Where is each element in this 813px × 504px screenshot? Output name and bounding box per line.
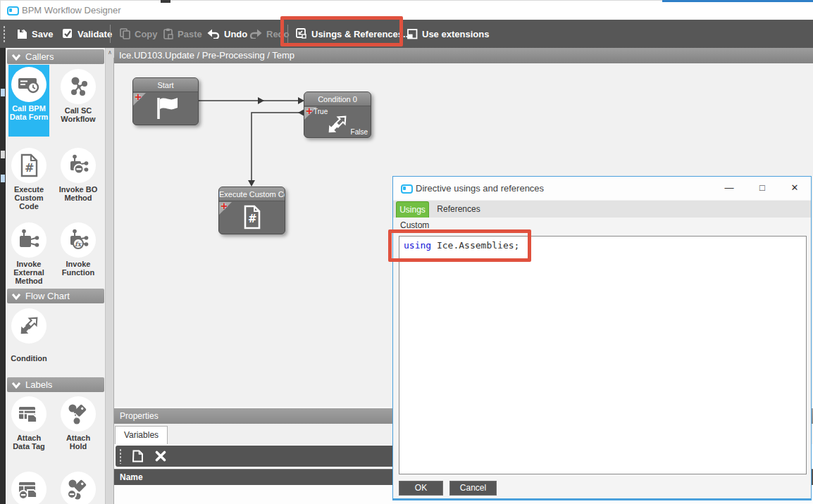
background-window-titlebar	[662, 0, 813, 2]
close-button[interactable]: ✕	[786, 180, 803, 196]
background-window-edge	[161, 0, 170, 3]
section-header-labels[interactable]: Labels	[7, 377, 104, 392]
sidebar-item-call-bpm-data-form[interactable]: Call BPM Data Form	[8, 67, 49, 121]
new-variable-icon[interactable]	[132, 450, 144, 462]
invoke-function-icon: fx	[61, 222, 96, 258]
node-condition-0[interactable]: Condition 0 + True False	[304, 92, 371, 138]
docked-tab-mark	[1, 151, 5, 158]
chevron-down-icon	[11, 53, 21, 61]
validate-button[interactable]: Validate	[62, 20, 112, 48]
sidebar-scrollbar[interactable]: ∧	[106, 48, 114, 504]
tab-references[interactable]: References	[433, 201, 484, 218]
scrollbar-up-button[interactable]: ∧	[106, 48, 114, 58]
document-hash-icon: #	[11, 148, 46, 183]
ok-button[interactable]: OK	[399, 481, 443, 496]
copy-button[interactable]: Copy	[120, 20, 158, 48]
use-extensions-icon	[407, 29, 418, 39]
docked-tab-mark	[1, 89, 5, 96]
highlight-usings-references-button	[280, 16, 403, 46]
maximize-button[interactable]: □	[754, 180, 771, 196]
data-tag-minus-icon	[11, 472, 46, 504]
svg-text:fx: fx	[75, 241, 82, 248]
toolbar-separator	[110, 25, 111, 43]
flag-icon	[133, 95, 198, 122]
document-hash-icon: #	[219, 204, 285, 231]
docked-panel-edge	[0, 48, 6, 504]
false-port-label: False	[351, 128, 368, 136]
sidebar-item-partial-1[interactable]	[8, 472, 49, 504]
window-title: BPM Workflow Designer	[22, 5, 121, 15]
form-clock-icon	[11, 67, 46, 102]
sidebar-item-invoke-function[interactable]: fx Invoke Function	[58, 222, 99, 277]
invoke-bo-icon	[61, 148, 96, 183]
undo-icon	[207, 29, 220, 39]
sidebar-item-execute-custom-code[interactable]: # Execute Custom Code	[8, 148, 49, 210]
use-extensions-button[interactable]: Use extensions	[407, 20, 489, 48]
directive-usings-dialog: Directive usings and references — □ ✕ Us…	[392, 176, 812, 500]
hold-tag-minus-icon	[61, 472, 96, 504]
chevron-down-icon	[11, 382, 21, 389]
usings-code-editor[interactable]: using Ice.Assemblies;	[399, 236, 807, 474]
node-title: Condition 0	[304, 92, 371, 106]
paste-button[interactable]: Paste	[163, 20, 202, 48]
node-title: Execute Custom Co	[219, 187, 285, 201]
node-execute-custom-code[interactable]: Execute Custom Co + #	[218, 187, 285, 234]
save-button[interactable]: Save	[17, 20, 53, 48]
hold-tag-icon	[61, 396, 96, 431]
dialog-tab-strip: Usings References	[393, 201, 811, 218]
delete-variable-icon[interactable]	[155, 451, 166, 462]
data-tag-icon	[11, 396, 46, 431]
dialog-title: Directive usings and references	[416, 183, 544, 194]
save-icon	[17, 29, 27, 39]
sidebar-item-attach-data-tag[interactable]: Attach Data Tag	[8, 396, 49, 451]
node-title: Start	[133, 78, 198, 92]
docked-tab-mark	[1, 175, 5, 182]
node-start[interactable]: Start +	[132, 77, 199, 125]
toolbar-drag-handle[interactable]	[119, 448, 122, 464]
condition-arrows-icon	[11, 308, 46, 344]
dialog-title-bar[interactable]: Directive usings and references — □ ✕	[393, 177, 811, 200]
svg-text:#: #	[25, 161, 34, 175]
sidebar-item-condition[interactable]: Attach Data Tag Condition	[8, 308, 49, 363]
sidebar-item-invoke-external-method[interactable]: Invoke External Method	[8, 222, 49, 285]
dialog-app-icon	[401, 184, 413, 194]
copy-icon	[120, 28, 130, 39]
undo-button[interactable]: Undo	[207, 20, 247, 48]
toolbox-sidebar: Callers Call BPM Data Form Call SC Workf…	[6, 48, 106, 504]
section-header-callers[interactable]: Callers	[7, 49, 104, 64]
main-toolbar: Save Validate Copy Paste Undo Redo Using…	[0, 20, 813, 48]
custom-section-label: Custom	[400, 220, 429, 230]
validate-check-icon	[62, 28, 73, 39]
svg-text:#: #	[248, 213, 257, 225]
tab-variables[interactable]: Variables	[115, 426, 168, 444]
invoke-external-icon	[11, 222, 46, 258]
sidebar-item-partial-2[interactable]	[58, 472, 99, 504]
chevron-down-icon	[11, 293, 21, 300]
cancel-button[interactable]: Cancel	[449, 481, 497, 496]
sidebar-item-call-sc-workflow[interactable]: Call SC Workflow	[58, 69, 99, 123]
sidebar-item-attach-hold[interactable]: Attach Hold	[58, 396, 99, 451]
app-logo-icon	[7, 6, 19, 15]
toolbar-drag-handle[interactable]	[3, 25, 6, 42]
sidebar-item-invoke-bo-method[interactable]: Invoke BO Method	[58, 148, 99, 202]
section-header-flow-chart[interactable]: Flow Chart	[7, 289, 104, 303]
tab-usings[interactable]: Usings	[396, 201, 429, 218]
paste-icon	[163, 28, 173, 39]
network-icon	[61, 69, 96, 104]
redo-icon	[249, 29, 262, 39]
minimize-button[interactable]: —	[721, 180, 738, 196]
title-bar: BPM Workflow Designer	[0, 0, 813, 20]
highlight-using-statement	[388, 229, 531, 262]
